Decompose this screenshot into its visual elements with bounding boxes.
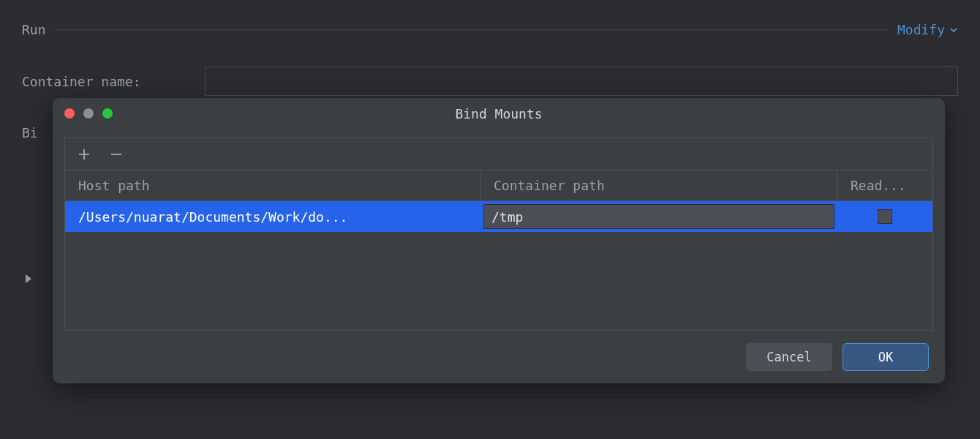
chevron-down-icon	[949, 26, 958, 34]
container-name-input[interactable]	[205, 67, 958, 96]
ok-button[interactable]: OK	[843, 343, 929, 371]
table-toolbar	[65, 138, 932, 170]
traffic-lights	[64, 108, 113, 119]
read-only-cell	[837, 201, 932, 232]
bind-mounts-dialog: Bind Mounts Host path C	[53, 98, 945, 383]
host-path-cell[interactable]: /Users/nuarat/Documents/Work/do...	[65, 201, 480, 232]
read-only-checkbox[interactable]	[878, 209, 892, 224]
minimize-window-button[interactable]	[83, 108, 94, 119]
modify-link-text: Modify	[897, 22, 945, 37]
container-name-label: Container name:	[22, 74, 190, 89]
column-header-container-path[interactable]: Container path	[480, 170, 837, 200]
table-row[interactable]: /Users/nuarat/Documents/Work/do...	[65, 201, 932, 232]
container-path-cell	[480, 201, 837, 232]
modify-link[interactable]: Modify	[897, 22, 958, 37]
bind-mounts-table: Host path Container path Read... /Users/…	[64, 138, 933, 331]
minus-icon	[110, 148, 123, 161]
dialog-titlebar: Bind Mounts	[53, 98, 945, 129]
column-header-host-path[interactable]: Host path	[65, 170, 480, 200]
section-divider	[55, 29, 889, 30]
maximize-window-button[interactable]	[102, 108, 113, 119]
remove-row-button[interactable]	[108, 146, 125, 163]
run-section-label: Run	[22, 22, 46, 37]
cancel-button[interactable]: Cancel	[746, 343, 832, 371]
add-row-button[interactable]	[75, 146, 93, 163]
dialog-title: Bind Mounts	[455, 106, 542, 121]
expand-arrow-icon[interactable]	[26, 274, 31, 283]
close-window-button[interactable]	[64, 108, 75, 119]
container-path-input[interactable]	[483, 204, 834, 229]
dialog-footer: Cancel OK	[53, 331, 945, 383]
table-header: Host path Container path Read...	[65, 170, 932, 201]
column-header-read-only[interactable]: Read...	[837, 170, 932, 200]
plus-icon	[78, 148, 91, 161]
table-empty-area	[65, 232, 932, 330]
